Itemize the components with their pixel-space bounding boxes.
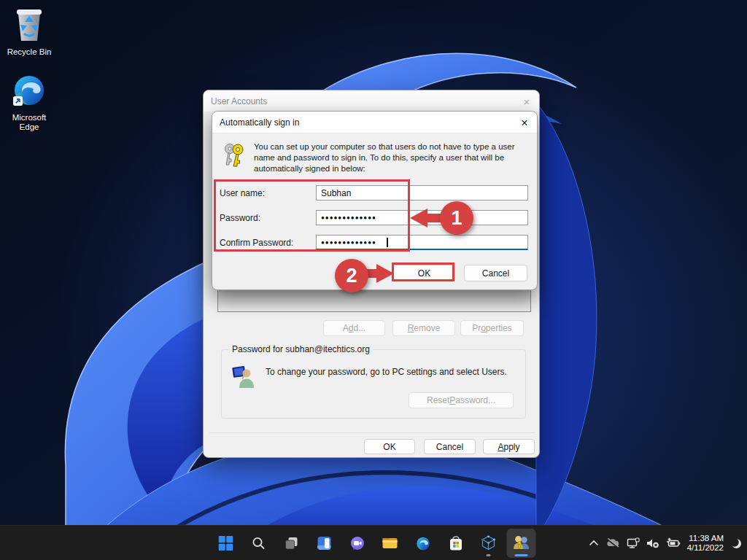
clock-date: 4/11/2022	[687, 543, 724, 553]
close-icon[interactable]: ×	[521, 96, 533, 106]
task-view-icon	[285, 536, 299, 551]
widgets-icon	[317, 536, 332, 551]
chat-button[interactable]	[343, 529, 372, 558]
search-button[interactable]	[244, 529, 274, 558]
onedrive-icon[interactable]	[605, 537, 620, 549]
reset-password-button[interactable]: Reset Password...	[409, 392, 514, 408]
dev-cube-icon	[481, 535, 496, 551]
dialog-title: Automatically sign in	[212, 117, 299, 128]
outer-cancel-button[interactable]: Cancel	[424, 439, 476, 454]
footer-divider	[209, 432, 535, 433]
edge-icon	[415, 536, 430, 551]
user-pc-icon	[231, 365, 256, 389]
windows-logo-icon	[219, 536, 233, 551]
desktop-icon-label: Recycle Bin	[1, 47, 57, 57]
microsoft-store-icon	[448, 536, 463, 551]
file-explorer-icon	[382, 536, 398, 551]
recycle-bin-icon	[12, 6, 46, 42]
password-groupbox: Password for subhan@itechtics.org To cha…	[221, 349, 526, 419]
start-button[interactable]	[212, 529, 241, 558]
taskbar: 11:38 AM 4/11/2022	[0, 525, 747, 560]
system-tray: 11:38 AM 4/11/2022	[589, 526, 743, 560]
widgets-button[interactable]	[310, 529, 339, 558]
annotation-step-1-badge: 1	[440, 201, 473, 235]
desktop-icon-label: Microsoft Edge	[1, 113, 57, 132]
user-accounts-icon	[513, 535, 530, 551]
taskbar-clock[interactable]: 11:38 AM 4/11/2022	[687, 534, 724, 553]
taskbar-center-icons	[212, 526, 536, 560]
focus-moon-icon[interactable]	[730, 537, 743, 550]
annotation-rect-ok	[392, 262, 454, 281]
dialog-cancel-button[interactable]: Cancel	[464, 265, 527, 281]
running-indicator	[487, 554, 491, 556]
user-accounts-titlebar[interactable]: User Accounts ×	[204, 90, 539, 112]
hidden-icons-chevron[interactable]	[589, 538, 599, 548]
close-icon[interactable]: ×	[519, 117, 530, 128]
desktop-icon-microsoft-edge[interactable]: Microsoft Edge	[1, 73, 57, 132]
search-icon	[252, 536, 266, 551]
auto-sign-in-titlebar[interactable]: Automatically sign in ×	[212, 112, 537, 133]
apply-button[interactable]: Apply	[483, 439, 535, 454]
file-explorer-button[interactable]	[376, 529, 405, 558]
user-accounts-taskbar-button[interactable]	[507, 529, 536, 558]
volume-muted-icon[interactable]	[646, 537, 659, 549]
active-indicator	[515, 554, 528, 556]
network-icon[interactable]	[627, 537, 640, 549]
task-view-button[interactable]	[277, 529, 306, 558]
chat-icon	[349, 536, 365, 551]
microsoft-store-button[interactable]	[441, 529, 471, 558]
password-group-text: To change your password, go to PC settin…	[266, 367, 517, 377]
clock-time: 11:38 AM	[687, 534, 724, 543]
outer-ok-button[interactable]: OK	[364, 439, 415, 454]
properties-button[interactable]: Properties	[460, 320, 524, 336]
edge-icon	[12, 73, 47, 108]
annotation-step-2-badge: 2	[335, 259, 368, 292]
keys-icon	[220, 141, 249, 170]
password-group-legend: Password for subhan@itechtics.org	[229, 344, 373, 354]
window-title: User Accounts	[204, 96, 267, 106]
annotation-rect-fields	[214, 179, 410, 252]
dev-cube-app-button[interactable]	[474, 529, 503, 558]
edge-button[interactable]	[409, 529, 438, 558]
battery-charging-icon[interactable]	[666, 537, 681, 549]
dialog-description: You can set up your computer so that use…	[254, 141, 530, 174]
add-user-button[interactable]: Add...	[323, 320, 385, 336]
desktop-icon-recycle-bin[interactable]: Recycle Bin	[1, 6, 57, 57]
remove-user-button[interactable]: Remove	[392, 320, 455, 336]
